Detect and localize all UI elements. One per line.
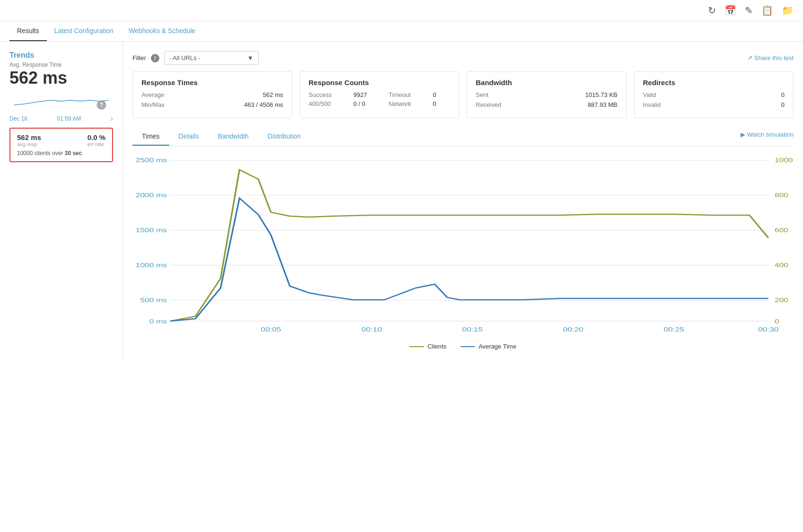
invalid-value: 0 (781, 101, 785, 108)
filter-select[interactable]: - All URLs - ▼ (164, 51, 259, 65)
svg-text:00:25: 00:25 (663, 326, 684, 332)
watch-simulation[interactable]: ▶ Watch simulation (741, 131, 794, 143)
filter-row: Filter ! - All URLs - ▼ ↗ Share this tes… (132, 51, 794, 65)
legend-clients: Clients (410, 343, 446, 350)
err-val: 0.0 % (87, 133, 105, 141)
valid-row: Valid 0 (643, 91, 785, 98)
share-text: Share this test (754, 54, 794, 61)
svg-text:1000 ms: 1000 ms (136, 262, 167, 268)
svg-text:1000: 1000 (775, 157, 793, 163)
calendar-icon[interactable]: 📅 (724, 5, 736, 16)
inner-tabs-left: Times Details Bandwidth Distribution (132, 128, 310, 146)
timeout-label: Timeout (389, 91, 425, 98)
avg-time-line-color (461, 346, 475, 347)
valid-label: Valid (643, 91, 656, 98)
network-value: 0 (433, 100, 450, 107)
received-label: Received (476, 101, 501, 108)
svg-text:00:20: 00:20 (563, 326, 583, 332)
avg-value-card: 562 ms (263, 91, 283, 98)
mini-chart: ? (9, 91, 113, 110)
minmax-row: Min/Max 463 / 4506 ms (141, 101, 283, 108)
share-icon: ↗ (747, 54, 752, 61)
date-label: Dec 16 (9, 115, 27, 122)
svg-text:00:15: 00:15 (462, 326, 482, 332)
svg-text:200: 200 (775, 297, 788, 303)
main-container: Trends Avg. Response Time 562 ms ? Dec 1… (0, 42, 803, 359)
folder-icon[interactable]: 📁 (782, 5, 794, 16)
content-area: Filter ! - All URLs - ▼ ↗ Share this tes… (123, 42, 803, 359)
sidebar: Trends Avg. Response Time 562 ms ? Dec 1… (0, 42, 123, 359)
tab-bandwidth[interactable]: Bandwidth (208, 128, 258, 146)
watch-simulation-label: Watch simulation (747, 131, 794, 138)
chart-svg: 0 ms 500 ms 1000 ms 1500 ms 2000 ms 2500… (132, 156, 794, 335)
card-bandwidth-title: Bandwidth (476, 78, 618, 87)
tab-distribution[interactable]: Distribution (258, 128, 310, 146)
sent-value: 1015.73 KB (585, 91, 618, 98)
clients-duration: 30 sec (65, 150, 82, 157)
tab-results[interactable]: Results (9, 21, 47, 41)
svg-text:?: ? (100, 102, 103, 108)
success-value: 9927 (353, 91, 381, 98)
invalid-row: Invalid 0 (643, 101, 785, 108)
card-response-counts: Response Counts Success 9927 Timeout 0 4… (300, 71, 460, 118)
inner-tabs: Times Details Bandwidth Distribution ▶ W… (132, 128, 794, 146)
timeout-value: 0 (433, 91, 450, 98)
tab-latest-config[interactable]: Latest Configuration (47, 21, 121, 41)
refresh-icon[interactable]: ↻ (708, 5, 716, 16)
tab-times[interactable]: Times (132, 128, 169, 146)
filter-dropdown-arrow: ▼ (247, 54, 253, 61)
filter-info-icon: ! (151, 54, 159, 62)
main-tabs: Results Latest Configuration Webhooks & … (0, 21, 803, 42)
err-sub: err rate (87, 141, 105, 147)
svg-text:800: 800 (775, 192, 788, 198)
svg-text:2000 ms: 2000 ms (136, 192, 167, 198)
svg-text:2500 ms: 2500 ms (136, 157, 167, 163)
card-redirects-title: Redirects (643, 78, 785, 87)
card-response-times: Response Times Average 562 ms Min/Max 46… (132, 71, 292, 118)
stat-error: 0.0 % err rate (87, 133, 105, 147)
invalid-label: Invalid (643, 101, 661, 108)
stats-cards: Response Times Average 562 ms Min/Max 46… (132, 71, 794, 118)
svg-text:1500 ms: 1500 ms (136, 227, 167, 233)
svg-text:600: 600 (775, 227, 788, 233)
copy-icon[interactable]: 📋 (761, 5, 773, 16)
legend-avg-time: Average Time (461, 343, 516, 350)
stat-val: 562 ms (17, 133, 41, 141)
date-row: Dec 16 01:59 AM › (9, 114, 113, 123)
svg-text:00:30: 00:30 (758, 326, 778, 332)
network-label: Network (389, 100, 425, 107)
card-redirects: Redirects Valid 0 Invalid 0 (634, 71, 794, 118)
edit-icon[interactable]: ✎ (745, 5, 753, 16)
svg-text:400: 400 (775, 262, 788, 268)
svg-text:0 ms: 0 ms (149, 318, 167, 324)
chart-legend: Clients Average Time (132, 343, 794, 350)
share-link[interactable]: ↗ Share this test (747, 54, 794, 61)
avg-value: 562 ms (9, 68, 113, 88)
card-response-counts-title: Response Counts (309, 78, 451, 87)
next-arrow[interactable]: › (111, 114, 113, 123)
avg-time-legend-label: Average Time (479, 343, 516, 350)
tab-webhooks[interactable]: Webhooks & Schedule (121, 21, 203, 41)
trends-title: Trends (9, 51, 113, 60)
stats-box: 562 ms avg resp 0.0 % err rate 10000 cli… (9, 128, 113, 162)
card-response-times-title: Response Times (141, 78, 283, 87)
svg-text:00:10: 00:10 (361, 326, 382, 332)
filter-select-value: - All URLs - (169, 54, 201, 61)
sent-label: Sent (476, 91, 489, 98)
play-icon: ▶ (741, 131, 745, 138)
chart-container: 0 ms 500 ms 1000 ms 1500 ms 2000 ms 2500… (132, 156, 794, 335)
stats-main-row: 562 ms avg resp 0.0 % err rate (17, 133, 105, 147)
clients-line-color (410, 346, 424, 347)
filter-label: Filter (132, 54, 146, 61)
tab-details[interactable]: Details (169, 128, 209, 146)
error-label: 400/500 (309, 100, 346, 107)
clients-text: 10000 clients over 30 sec (17, 150, 105, 157)
svg-text:0: 0 (775, 318, 779, 324)
clients-number: 10000 clients over (17, 150, 63, 157)
card-bandwidth: Bandwidth Sent 1015.73 KB Received 887.9… (467, 71, 627, 118)
avg-row: Average 562 ms (141, 91, 283, 98)
avg-label: Avg. Response Time (9, 61, 113, 68)
minmax-value: 463 / 4506 ms (244, 101, 283, 108)
received-value: 887.93 MB (588, 101, 618, 108)
svg-text:500 ms: 500 ms (140, 297, 167, 303)
